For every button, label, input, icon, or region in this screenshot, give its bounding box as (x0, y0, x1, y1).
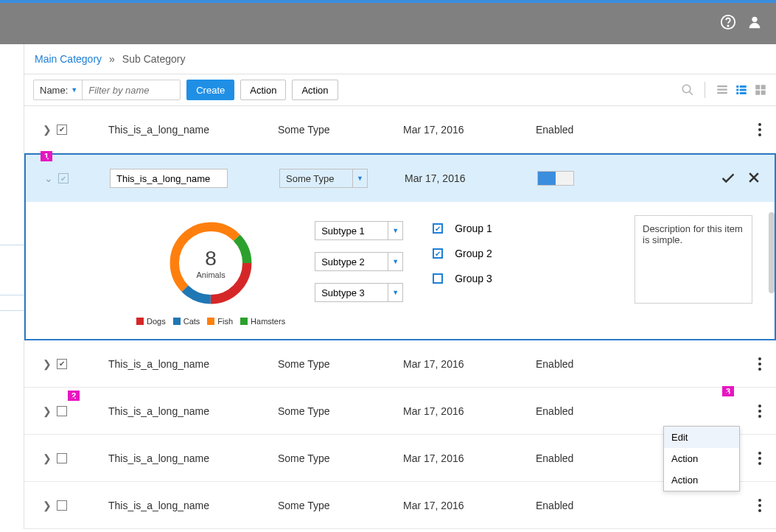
caret-down-icon: ▼ (352, 169, 367, 187)
menu-item-edit[interactable]: Edit (664, 427, 739, 448)
svg-rect-10 (736, 89, 738, 91)
svg-rect-7 (717, 92, 727, 94)
row-status: Enabled (536, 124, 683, 136)
row-name: This_is_a_long_name (108, 405, 278, 417)
row-status: Enabled (536, 358, 683, 370)
filter-type-dropdown[interactable]: Name: ▼ (34, 80, 83, 99)
row-checkbox[interactable] (57, 500, 67, 511)
row-type: Some Type (278, 124, 403, 136)
row-type-select[interactable]: Some Type ▼ (279, 169, 368, 188)
list-row-selected: ⌄ ✔ Some Type ▼ Mar 17, 2016 (24, 153, 776, 202)
svg-rect-12 (736, 92, 738, 94)
row-actions-kebab[interactable] (754, 400, 763, 422)
row-date: Mar 17, 2016 (403, 452, 536, 464)
view-list-dense-icon[interactable] (716, 83, 729, 97)
view-list-icon[interactable] (735, 83, 748, 97)
legend-item: Dogs (147, 317, 166, 326)
donut-chart: 8 Animals Dogs Cats Fish Hamsters (136, 215, 285, 326)
filter-wrapper: Name: ▼ (33, 80, 181, 100)
row-actions-kebab[interactable] (754, 353, 763, 375)
caret-down-icon: ▼ (388, 253, 402, 270)
expand-toggle[interactable]: ❯ (38, 405, 57, 417)
svg-rect-9 (740, 85, 747, 88)
expanded-panel: 8 Animals Dogs Cats Fish Hamsters Subtyp… (24, 202, 776, 340)
svg-rect-11 (740, 89, 747, 91)
confirm-icon[interactable] (720, 169, 736, 188)
cancel-icon[interactable] (747, 170, 761, 187)
group-checkbox[interactable]: ✔ (433, 248, 443, 259)
row-date: Mar 17, 2016 (403, 124, 536, 136)
svg-rect-13 (740, 92, 747, 94)
subtype-select-1[interactable]: Subtype 1▼ (315, 221, 403, 240)
group-checkbox[interactable]: ✔ (433, 223, 443, 234)
status-toggle[interactable] (537, 171, 574, 186)
svg-point-2 (752, 17, 757, 22)
left-sidebar-stub (0, 295, 24, 311)
row-date: Mar 17, 2016 (405, 172, 537, 184)
type-select-value: Some Type (280, 173, 352, 184)
menu-item-action[interactable]: Action (664, 448, 739, 469)
group-column: ✔Group 1 ✔Group 2 Group 3 (433, 215, 492, 326)
row-checkbox[interactable] (57, 406, 67, 416)
caret-down-icon: ▼ (388, 222, 402, 239)
breadcrumb-separator: » (109, 53, 115, 65)
subtype-select-3[interactable]: Subtype 3▼ (315, 283, 403, 302)
chart-center-value: 8 (205, 247, 217, 270)
subtype-column: Subtype 1▼ Subtype 2▼ Subtype 3▼ (315, 215, 403, 326)
view-grid-icon[interactable] (754, 83, 767, 97)
row-checkbox[interactable] (57, 453, 67, 463)
caret-down-icon: ▼ (71, 86, 77, 94)
action-button-2[interactable]: Action (292, 80, 338, 100)
annotation-badge-3: 3 (722, 386, 734, 396)
group-label: Group 3 (455, 273, 492, 284)
expand-toggle[interactable]: ❯ (38, 500, 57, 511)
row-actions-kebab[interactable] (754, 119, 763, 141)
row-date: Mar 17, 2016 (403, 405, 536, 417)
action-button-1[interactable]: Action (240, 80, 286, 100)
row-checkbox[interactable]: ✔ (58, 173, 69, 183)
breadcrumb-main[interactable]: Main Category (35, 53, 102, 65)
scrollbar-thumb[interactable] (769, 212, 775, 293)
caret-down-icon: ▼ (388, 284, 402, 301)
filter-input[interactable] (83, 80, 180, 99)
row-name: This_is_a_long_name (108, 452, 278, 464)
toolbar: Name: ▼ Create Action Action (24, 74, 776, 106)
row-name: This_is_a_long_name (108, 358, 278, 370)
row-checkbox[interactable]: ✔ (57, 359, 67, 369)
help-icon[interactable] (720, 14, 736, 33)
expand-toggle[interactable]: ❯ (38, 452, 57, 464)
menu-item-action[interactable]: Action (664, 469, 739, 491)
legend-item: Hamsters (251, 317, 285, 326)
search-icon[interactable] (681, 83, 694, 97)
user-icon[interactable] (747, 14, 763, 33)
annotation-badge-2: 2 (68, 391, 80, 401)
chart-legend: Dogs Cats Fish Hamsters (136, 317, 285, 326)
row-checkbox[interactable]: ✔ (57, 125, 67, 135)
svg-rect-5 (717, 85, 727, 87)
subtype-value: Subtype 1 (315, 225, 388, 237)
expand-toggle[interactable]: ❯ (38, 358, 57, 370)
filter-label: Name: (40, 85, 68, 96)
row-date: Mar 17, 2016 (403, 358, 536, 370)
row-actions-kebab[interactable] (754, 494, 763, 517)
chart-center-label: Animals (197, 270, 226, 279)
svg-rect-15 (761, 85, 766, 89)
row-type: Some Type (278, 405, 403, 417)
expand-toggle[interactable]: ❯ (38, 124, 57, 136)
legend-item: Cats (183, 317, 200, 326)
row-status: Enabled (536, 500, 683, 511)
subtype-select-2[interactable]: Subtype 2▼ (315, 252, 403, 271)
left-sidebar-stub (0, 245, 24, 245)
description-textarea[interactable]: Description for this item is simple. (635, 215, 752, 304)
row-date: Mar 17, 2016 (403, 500, 536, 511)
row-name-input[interactable] (110, 169, 228, 188)
expand-toggle[interactable]: ⌄ (39, 172, 58, 184)
group-checkbox[interactable] (433, 273, 443, 284)
svg-point-1 (727, 25, 728, 26)
breadcrumb-sub: Sub Category (122, 53, 186, 65)
row-status: Enabled (536, 452, 683, 464)
create-button[interactable]: Create (186, 80, 234, 100)
row-status: Enabled (536, 405, 683, 417)
row-actions-kebab[interactable] (754, 447, 763, 469)
group-label: Group 2 (455, 248, 492, 259)
